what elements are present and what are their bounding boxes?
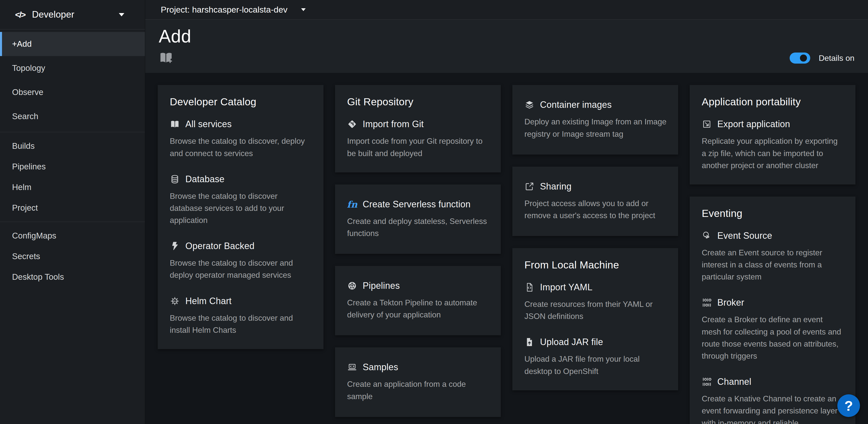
serverless-fn-icon: fn bbox=[347, 199, 357, 209]
add-item-description: Create an application from a code sample bbox=[347, 378, 489, 402]
add-item-broker[interactable]: BrokerCreate a Broker to define an event… bbox=[702, 297, 844, 362]
helm-icon: HELM bbox=[170, 296, 180, 306]
sidebar-nav: +AddTopologyObserveSearchBuildsPipelines… bbox=[0, 29, 145, 287]
add-item-operator-backed[interactable]: Operator BackedBrowse the catalog to dis… bbox=[170, 241, 312, 281]
card-pipelines: PipelinesCreate a Tekton Pipeline to aut… bbox=[335, 266, 501, 335]
sidebar-item-desktop-tools[interactable]: Desktop Tools bbox=[0, 267, 145, 287]
add-item-description: Create a Broker to define an event mesh … bbox=[702, 313, 844, 362]
layers-icon bbox=[524, 100, 534, 110]
add-item-import-from-git[interactable]: Import from GitImport code from your Git… bbox=[347, 119, 489, 159]
project-selector-label: Project: harshcasper-localsta-dev bbox=[161, 5, 287, 15]
project-selector[interactable]: Project: harshcasper-localsta-dev bbox=[145, 0, 868, 20]
perspective-switcher[interactable]: </> Developer bbox=[0, 0, 145, 29]
card-application-portability: Application portabilityExport applicatio… bbox=[690, 85, 856, 185]
add-item-label: Container images bbox=[540, 100, 612, 110]
git-icon bbox=[347, 119, 357, 129]
add-item-label: Pipelines bbox=[363, 281, 400, 291]
card-title: Application portability bbox=[702, 96, 844, 108]
card-developer-catalog: Developer CatalogAll servicesBrowse the … bbox=[158, 85, 323, 349]
add-item-label: Operator Backed bbox=[185, 241, 254, 251]
add-item-description: Create and deploy stateless, Serverless … bbox=[347, 215, 489, 239]
sidebar-item-search[interactable]: Search bbox=[0, 104, 145, 129]
add-item-upload-jar-file[interactable]: Upload JAR fileUpload a JAR file from yo… bbox=[524, 337, 666, 377]
sidebar-item-configmaps[interactable]: ConfigMaps bbox=[0, 225, 145, 246]
card-git-repository: Git RepositoryImport from GitImport code… bbox=[335, 85, 501, 172]
sidebar-item-observe[interactable]: Observe bbox=[0, 80, 145, 104]
export-icon bbox=[702, 119, 712, 129]
card-sharing: SharingProject access allows you to add … bbox=[513, 167, 678, 236]
add-item-import-yaml[interactable]: Import YAMLCreate resources from their Y… bbox=[524, 282, 666, 322]
add-item-sharing[interactable]: SharingProject access allows you to add … bbox=[524, 181, 666, 221]
page-title: Add bbox=[159, 27, 856, 46]
caret-down-icon bbox=[119, 13, 124, 16]
add-item-label: Import from Git bbox=[363, 119, 424, 130]
add-item-event-source[interactable]: Event SourceCreate an Event source to re… bbox=[702, 230, 844, 283]
add-item-label: Export application bbox=[717, 119, 790, 130]
caret-down-icon bbox=[301, 8, 306, 11]
add-item-description: Browse the catalog to discover and deplo… bbox=[170, 257, 312, 281]
add-item-label: Helm Chart bbox=[185, 296, 231, 306]
add-item-database[interactable]: DatabaseBrowse the catalog to discover d… bbox=[170, 174, 312, 226]
add-item-all-services[interactable]: All servicesBrowse the catalog to discov… bbox=[170, 119, 312, 159]
binary-icon bbox=[702, 377, 712, 387]
sidebar-item-project[interactable]: Project bbox=[0, 198, 145, 218]
add-item-samples[interactable]: SamplesCreate an application from a code… bbox=[347, 362, 489, 402]
add-item-label: Channel bbox=[717, 376, 751, 387]
bolt-icon bbox=[170, 241, 180, 251]
share-icon bbox=[524, 181, 534, 192]
book-plus-icon[interactable] bbox=[159, 51, 173, 65]
sidebar: </> Developer +AddTopologyObserveSearchB… bbox=[0, 0, 145, 424]
sidebar-item-topology[interactable]: Topology bbox=[0, 56, 145, 80]
details-toggle-label: Details on bbox=[819, 54, 855, 63]
add-item-description: Deploy an existing Image from an Image r… bbox=[524, 116, 666, 140]
add-item-create-serverless-function[interactable]: fnCreate Serverless functionCreate and d… bbox=[347, 199, 489, 239]
add-item-label: Import YAML bbox=[540, 282, 592, 292]
add-item-description: Browse the catalog to discover, deploy a… bbox=[170, 135, 312, 159]
sidebar-item-helm[interactable]: Helm bbox=[0, 177, 145, 198]
add-item-pipelines[interactable]: PipelinesCreate a Tekton Pipeline to aut… bbox=[347, 281, 489, 321]
open-book-icon bbox=[170, 119, 180, 129]
card-title: Git Repository bbox=[347, 96, 489, 108]
pipelines-icon bbox=[347, 281, 357, 291]
sidebar-group: ConfigMapsSecretsDesktop Tools bbox=[0, 225, 145, 287]
add-item-label: Create Serverless function bbox=[363, 199, 470, 209]
card-column: Application portabilityExport applicatio… bbox=[690, 85, 856, 424]
main-area: Project: harshcasper-localsta-dev Add De… bbox=[145, 0, 868, 424]
add-item-description: Upload a JAR file from your local deskto… bbox=[524, 353, 666, 377]
sidebar-group: +AddTopologyObserveSearch bbox=[0, 32, 145, 129]
add-item-description: Browse the catalog to discover and insta… bbox=[170, 312, 312, 336]
details-toggle[interactable] bbox=[789, 53, 810, 64]
add-item-label: All services bbox=[185, 119, 231, 130]
sidebar-item-add[interactable]: +Add bbox=[0, 32, 145, 56]
sidebar-group: BuildsPipelinesHelmProject bbox=[0, 136, 145, 218]
perspective-label: Developer bbox=[32, 9, 74, 20]
add-item-description: Create resources from their YAML or JSON… bbox=[524, 298, 666, 322]
sidebar-divider bbox=[0, 132, 145, 132]
svg-text:HELM: HELM bbox=[173, 300, 177, 302]
card-column: Developer CatalogAll servicesBrowse the … bbox=[158, 85, 323, 349]
database-icon bbox=[170, 174, 180, 184]
details-toggle-knob bbox=[800, 55, 807, 62]
add-item-description: Create a Knative Channel to create an ev… bbox=[702, 393, 844, 424]
add-item-label: Database bbox=[185, 174, 224, 185]
sidebar-item-secrets[interactable]: Secrets bbox=[0, 246, 145, 267]
add-item-description: Browse the catalog to discover database … bbox=[170, 190, 312, 226]
add-item-channel[interactable]: ChannelCreate a Knative Channel to creat… bbox=[702, 376, 844, 424]
card-from-local-machine: From Local MachineImport YAMLCreate reso… bbox=[513, 248, 678, 390]
page-header: Add Details on bbox=[145, 20, 868, 73]
card-column: Container imagesDeploy an existing Image… bbox=[513, 85, 678, 390]
add-item-label: Event Source bbox=[717, 230, 772, 241]
card-title: From Local Machine bbox=[524, 259, 666, 271]
sidebar-item-pipelines[interactable]: Pipelines bbox=[0, 156, 145, 177]
add-item-label: Broker bbox=[717, 297, 744, 308]
add-item-export-application[interactable]: Export applicationReplicate your applica… bbox=[702, 119, 844, 171]
sidebar-item-builds[interactable]: Builds bbox=[0, 136, 145, 156]
help-button[interactable]: ? bbox=[837, 394, 860, 417]
card-column: Git RepositoryImport from GitImport code… bbox=[335, 85, 501, 417]
sidebar-divider bbox=[0, 222, 145, 222]
add-item-container-images[interactable]: Container imagesDeploy an existing Image… bbox=[524, 100, 666, 140]
add-item-label: Samples bbox=[363, 362, 398, 372]
add-page-content: Developer CatalogAll servicesBrowse the … bbox=[145, 73, 868, 424]
add-item-helm-chart[interactable]: HELMHelm ChartBrowse the catalog to disc… bbox=[170, 296, 312, 336]
binary-icon bbox=[702, 298, 712, 308]
